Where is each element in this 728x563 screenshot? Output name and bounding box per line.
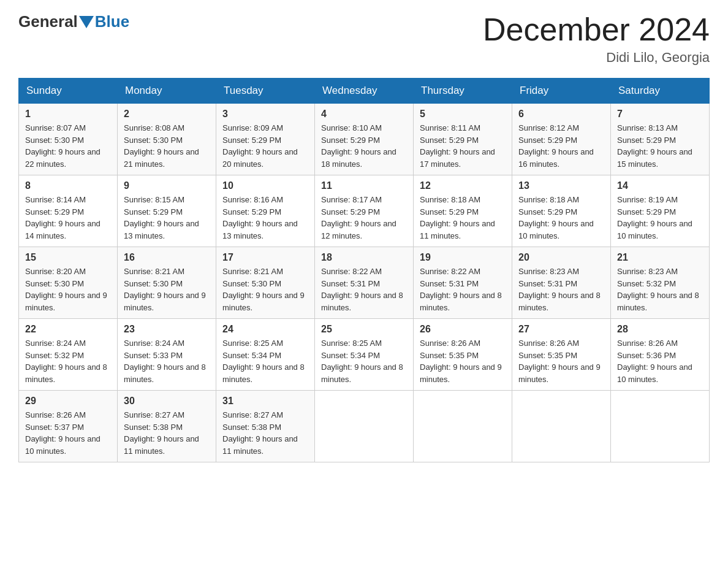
day-info: Sunrise: 8:26 AMSunset: 5:35 PMDaylight:… [420, 337, 506, 385]
day-number: 15 [25, 252, 111, 263]
table-row: 16 Sunrise: 8:21 AMSunset: 5:30 PMDaylig… [118, 247, 216, 319]
table-row: 13 Sunrise: 8:18 AMSunset: 5:29 PMDaylig… [512, 175, 611, 247]
day-number: 2 [124, 109, 210, 120]
table-row: 9 Sunrise: 8:15 AMSunset: 5:29 PMDayligh… [118, 175, 216, 247]
day-info: Sunrise: 8:13 AMSunset: 5:29 PMDaylight:… [617, 122, 703, 170]
day-info: Sunrise: 8:12 AMSunset: 5:29 PMDaylight:… [518, 122, 604, 170]
col-friday: Friday [512, 79, 611, 104]
table-row: 7 Sunrise: 8:13 AMSunset: 5:29 PMDayligh… [611, 104, 710, 175]
day-number: 19 [420, 252, 506, 263]
table-row: 31 Sunrise: 8:27 AMSunset: 5:38 PMDaylig… [216, 391, 315, 462]
day-info: Sunrise: 8:14 AMSunset: 5:29 PMDaylight:… [25, 194, 111, 242]
table-row: 18 Sunrise: 8:22 AMSunset: 5:31 PMDaylig… [315, 247, 414, 319]
day-number: 1 [25, 109, 111, 120]
table-row: 20 Sunrise: 8:23 AMSunset: 5:31 PMDaylig… [512, 247, 611, 319]
table-row [512, 391, 611, 462]
day-number: 3 [222, 109, 308, 120]
day-number: 4 [321, 109, 407, 120]
table-row [611, 391, 710, 462]
page-header: General Blue December 2024 Didi Lilo, Ge… [18, 12, 710, 66]
day-info: Sunrise: 8:26 AMSunset: 5:35 PMDaylight:… [518, 337, 604, 385]
day-info: Sunrise: 8:21 AMSunset: 5:30 PMDaylight:… [124, 266, 210, 313]
day-info: Sunrise: 8:25 AMSunset: 5:34 PMDaylight:… [321, 337, 407, 385]
day-info: Sunrise: 8:10 AMSunset: 5:29 PMDaylight:… [321, 122, 407, 170]
table-row: 29 Sunrise: 8:26 AMSunset: 5:37 PMDaylig… [19, 391, 118, 462]
calendar-header-row: Sunday Monday Tuesday Wednesday Thursday… [19, 79, 710, 104]
table-row: 10 Sunrise: 8:16 AMSunset: 5:29 PMDaylig… [216, 175, 315, 247]
col-sunday: Sunday [19, 79, 118, 104]
day-info: Sunrise: 8:08 AMSunset: 5:30 PMDaylight:… [124, 122, 210, 170]
col-thursday: Thursday [414, 79, 512, 104]
table-row: 1 Sunrise: 8:07 AMSunset: 5:30 PMDayligh… [19, 104, 118, 175]
logo-general-text: General [18, 12, 78, 31]
day-number: 29 [25, 396, 111, 407]
table-row: 14 Sunrise: 8:19 AMSunset: 5:29 PMDaylig… [611, 175, 710, 247]
day-info: Sunrise: 8:24 AMSunset: 5:32 PMDaylight:… [25, 337, 111, 385]
day-info: Sunrise: 8:18 AMSunset: 5:29 PMDaylight:… [420, 194, 506, 242]
day-info: Sunrise: 8:23 AMSunset: 5:31 PMDaylight:… [518, 266, 604, 313]
day-number: 20 [518, 252, 604, 263]
table-row: 4 Sunrise: 8:10 AMSunset: 5:29 PMDayligh… [315, 104, 414, 175]
day-number: 23 [124, 324, 210, 335]
table-row: 30 Sunrise: 8:27 AMSunset: 5:38 PMDaylig… [118, 391, 216, 462]
day-number: 7 [617, 109, 703, 120]
table-row: 12 Sunrise: 8:18 AMSunset: 5:29 PMDaylig… [414, 175, 512, 247]
table-row: 19 Sunrise: 8:22 AMSunset: 5:31 PMDaylig… [414, 247, 512, 319]
table-row: 27 Sunrise: 8:26 AMSunset: 5:35 PMDaylig… [512, 319, 611, 391]
calendar-week-row: 8 Sunrise: 8:14 AMSunset: 5:29 PMDayligh… [19, 175, 710, 247]
day-info: Sunrise: 8:23 AMSunset: 5:32 PMDaylight:… [617, 266, 703, 313]
logo: General Blue [18, 12, 129, 31]
day-info: Sunrise: 8:11 AMSunset: 5:29 PMDaylight:… [420, 122, 506, 170]
day-info: Sunrise: 8:16 AMSunset: 5:29 PMDaylight:… [222, 194, 308, 242]
day-info: Sunrise: 8:15 AMSunset: 5:29 PMDaylight:… [124, 194, 210, 242]
table-row: 8 Sunrise: 8:14 AMSunset: 5:29 PMDayligh… [19, 175, 118, 247]
table-row: 3 Sunrise: 8:09 AMSunset: 5:29 PMDayligh… [216, 104, 315, 175]
table-row: 21 Sunrise: 8:23 AMSunset: 5:32 PMDaylig… [611, 247, 710, 319]
table-row: 6 Sunrise: 8:12 AMSunset: 5:29 PMDayligh… [512, 104, 611, 175]
table-row: 17 Sunrise: 8:21 AMSunset: 5:30 PMDaylig… [216, 247, 315, 319]
day-number: 12 [420, 180, 506, 191]
table-row: 15 Sunrise: 8:20 AMSunset: 5:30 PMDaylig… [19, 247, 118, 319]
table-row: 23 Sunrise: 8:24 AMSunset: 5:33 PMDaylig… [118, 319, 216, 391]
month-title: December 2024 [483, 12, 710, 47]
day-number: 16 [124, 252, 210, 263]
col-wednesday: Wednesday [315, 79, 414, 104]
day-number: 24 [222, 324, 308, 335]
calendar-table: Sunday Monday Tuesday Wednesday Thursday… [18, 78, 710, 462]
col-monday: Monday [118, 79, 216, 104]
day-info: Sunrise: 8:09 AMSunset: 5:29 PMDaylight:… [222, 122, 308, 170]
day-number: 25 [321, 324, 407, 335]
day-number: 22 [25, 324, 111, 335]
table-row: 24 Sunrise: 8:25 AMSunset: 5:34 PMDaylig… [216, 319, 315, 391]
day-info: Sunrise: 8:27 AMSunset: 5:38 PMDaylight:… [124, 409, 210, 457]
day-info: Sunrise: 8:26 AMSunset: 5:36 PMDaylight:… [617, 337, 703, 385]
day-number: 14 [617, 180, 703, 191]
day-number: 26 [420, 324, 506, 335]
day-info: Sunrise: 8:07 AMSunset: 5:30 PMDaylight:… [25, 122, 111, 170]
table-row: 2 Sunrise: 8:08 AMSunset: 5:30 PMDayligh… [118, 104, 216, 175]
day-number: 18 [321, 252, 407, 263]
location-text: Didi Lilo, Georgia [483, 50, 710, 66]
col-tuesday: Tuesday [216, 79, 315, 104]
day-info: Sunrise: 8:18 AMSunset: 5:29 PMDaylight:… [518, 194, 604, 242]
day-info: Sunrise: 8:19 AMSunset: 5:29 PMDaylight:… [617, 194, 703, 242]
calendar-week-row: 22 Sunrise: 8:24 AMSunset: 5:32 PMDaylig… [19, 319, 710, 391]
day-info: Sunrise: 8:25 AMSunset: 5:34 PMDaylight:… [222, 337, 308, 385]
day-number: 31 [222, 396, 308, 407]
day-number: 28 [617, 324, 703, 335]
title-area: December 2024 Didi Lilo, Georgia [483, 12, 710, 66]
day-info: Sunrise: 8:22 AMSunset: 5:31 PMDaylight:… [420, 266, 506, 313]
day-number: 21 [617, 252, 703, 263]
table-row: 5 Sunrise: 8:11 AMSunset: 5:29 PMDayligh… [414, 104, 512, 175]
calendar-week-row: 29 Sunrise: 8:26 AMSunset: 5:37 PMDaylig… [19, 391, 710, 462]
day-info: Sunrise: 8:27 AMSunset: 5:38 PMDaylight:… [222, 409, 308, 457]
calendar-week-row: 15 Sunrise: 8:20 AMSunset: 5:30 PMDaylig… [19, 247, 710, 319]
day-number: 11 [321, 180, 407, 191]
day-info: Sunrise: 8:20 AMSunset: 5:30 PMDaylight:… [25, 266, 111, 313]
day-info: Sunrise: 8:17 AMSunset: 5:29 PMDaylight:… [321, 194, 407, 242]
table-row: 28 Sunrise: 8:26 AMSunset: 5:36 PMDaylig… [611, 319, 710, 391]
day-number: 8 [25, 180, 111, 191]
calendar-week-row: 1 Sunrise: 8:07 AMSunset: 5:30 PMDayligh… [19, 104, 710, 175]
day-number: 13 [518, 180, 604, 191]
day-info: Sunrise: 8:22 AMSunset: 5:31 PMDaylight:… [321, 266, 407, 313]
